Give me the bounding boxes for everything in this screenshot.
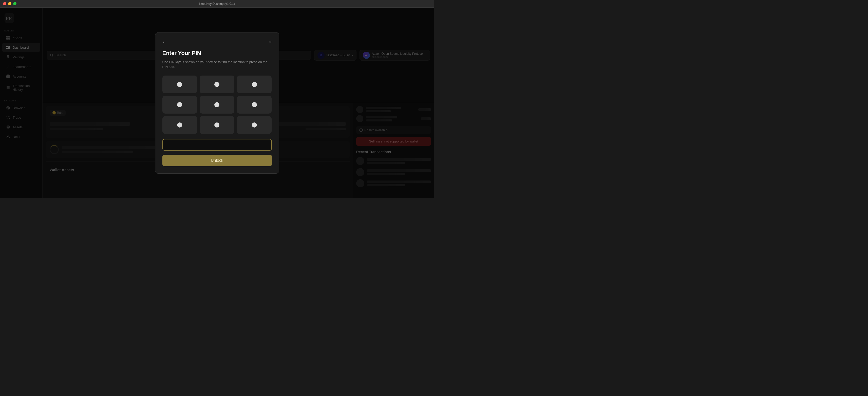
modal-title: Enter Your PIN — [162, 50, 272, 57]
close-window-btn[interactable] — [3, 2, 6, 5]
pin-dot-1 — [177, 82, 182, 87]
modal-back-button[interactable]: ← — [162, 40, 166, 45]
pin-button-9[interactable] — [237, 116, 272, 134]
modal-header: ← × — [162, 39, 272, 45]
pin-button-3[interactable] — [237, 76, 272, 93]
pin-modal: ← × Enter Your PIN Use PIN layout shown … — [155, 32, 279, 174]
window-title: KeepKey Desktop (v1.0.1) — [199, 2, 235, 6]
pin-input[interactable] — [162, 139, 272, 150]
pin-button-1[interactable] — [162, 76, 197, 93]
titlebar: KeepKey Desktop (v1.0.1) — [0, 0, 434, 8]
pin-button-2[interactable] — [199, 76, 235, 93]
pin-dot-2 — [214, 82, 219, 87]
pin-button-8[interactable] — [199, 116, 235, 134]
pin-dot-8 — [214, 122, 219, 128]
pin-dot-9 — [252, 122, 257, 128]
pin-button-6[interactable] — [237, 96, 272, 114]
maximize-window-btn[interactable] — [13, 2, 17, 5]
minimize-window-btn[interactable] — [8, 2, 11, 5]
window-controls[interactable] — [3, 2, 17, 5]
pin-button-7[interactable] — [162, 116, 197, 134]
pin-dot-5 — [214, 102, 219, 107]
modal-close-button[interactable]: × — [269, 39, 272, 45]
pin-dot-4 — [177, 102, 182, 107]
modal-overlay: ← × Enter Your PIN Use PIN layout shown … — [0, 8, 434, 198]
pin-dot-3 — [252, 82, 257, 87]
modal-subtitle: Use PIN layout shown on your device to f… — [162, 60, 272, 69]
pin-dot-7 — [177, 122, 182, 128]
pin-button-5[interactable] — [199, 96, 235, 114]
pin-button-4[interactable] — [162, 96, 197, 114]
pin-dot-6 — [252, 102, 257, 107]
pin-grid — [162, 76, 272, 134]
unlock-button[interactable]: Unlock — [162, 154, 272, 166]
